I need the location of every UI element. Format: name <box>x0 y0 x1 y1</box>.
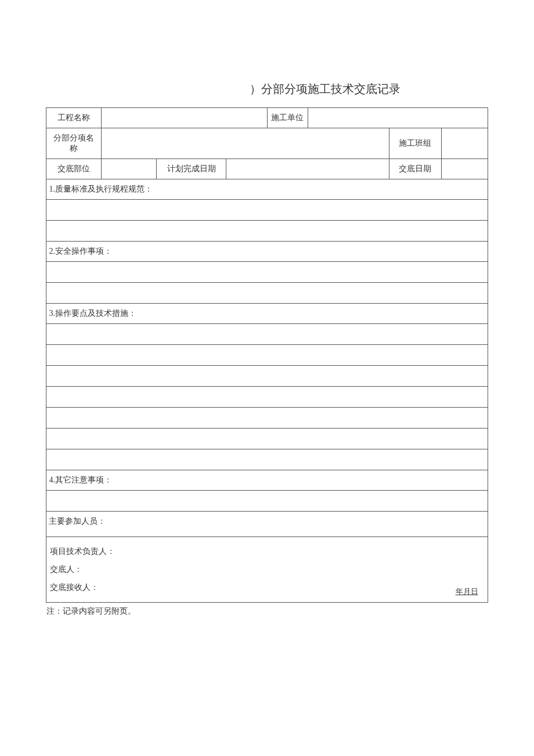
section-3-row <box>46 429 488 449</box>
section-3-row <box>46 324 488 345</box>
label-construction-unit: 施工单位 <box>267 108 308 128</box>
value-project-name <box>102 108 267 128</box>
value-planned-date <box>226 159 389 179</box>
section-3-row <box>46 387 488 408</box>
section-3-row <box>46 408 488 429</box>
section-1-heading: 1.质量标准及执行规程规范： <box>46 179 488 200</box>
section-2-row <box>46 283 488 304</box>
section-2-heading: 2.安全操作事项： <box>46 242 488 262</box>
section-4-heading: 4.其它注意事项： <box>46 470 488 491</box>
value-construction-unit <box>308 108 488 128</box>
label-planned-date: 计划完成日期 <box>157 159 226 179</box>
signature-block: 项目技术负责人： 交底人： 交底接收人： 年月日 <box>46 537 488 603</box>
value-team <box>441 128 488 159</box>
label-subitem-name: 分部分项名称 <box>46 128 102 159</box>
header-row-1: 工程名称 施工单位 <box>46 108 488 128</box>
value-subitem-name <box>102 128 389 159</box>
label-team: 施工班组 <box>389 128 441 159</box>
receiver-label: 交底接收人： <box>50 579 485 597</box>
value-disclosure-part <box>102 159 157 179</box>
signature-date: 年月日 <box>456 584 478 600</box>
section-1-row <box>46 221 488 242</box>
section-3-row <box>46 366 488 387</box>
value-disclosure-date <box>441 159 488 179</box>
section-2-row <box>46 262 488 283</box>
participants-heading: 主要参加人员： <box>46 512 488 537</box>
footnote: 注：记录内容可另附页。 <box>46 606 488 617</box>
header-row-2: 分部分项名称 施工班组 <box>46 128 488 159</box>
section-3-row <box>46 449 488 470</box>
header-row-3: 交底部位 计划完成日期 交底日期 <box>46 159 488 179</box>
tech-lead-label: 项目技术负责人： <box>50 543 485 561</box>
document-title: ）分部分项施工技术交底记录 <box>35 81 499 97</box>
section-4-row <box>46 491 488 512</box>
section-1-row <box>46 200 488 221</box>
section-3-heading: 3.操作要点及技术措施： <box>46 304 488 324</box>
label-disclosure-date: 交底日期 <box>389 159 441 179</box>
form-table: 工程名称 施工单位 分部分项名称 施工班组 交底部位 计划完成日期 交底日期 1… <box>46 107 488 603</box>
presenter-label: 交底人： <box>50 561 485 579</box>
label-project-name: 工程名称 <box>46 108 102 128</box>
section-3-row <box>46 345 488 366</box>
label-disclosure-part: 交底部位 <box>46 159 102 179</box>
